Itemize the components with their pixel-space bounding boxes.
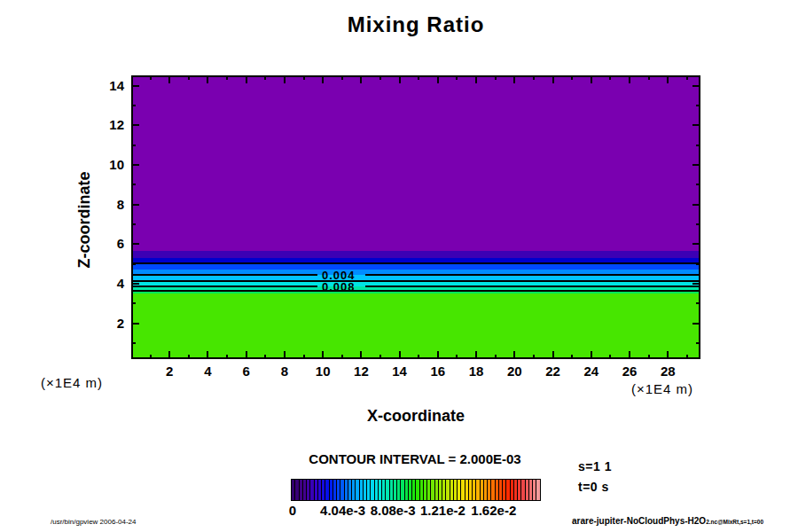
axis-tick (399, 75, 401, 83)
axis-tick (533, 355, 535, 359)
x-tick-label: 18 (457, 364, 496, 379)
z-tick-label: 12 (87, 117, 124, 132)
axis-tick (168, 75, 170, 83)
axis-tick (131, 323, 139, 325)
axis-tick (456, 75, 458, 80)
colorbar-tick-label: 0 (289, 503, 296, 518)
axis-tick (513, 75, 515, 83)
contour-interval-label: CONTOUR INTERVAL = 2.000E-03 (273, 451, 557, 466)
contour-band (131, 251, 700, 258)
colorbar-tick-label: 8.08e-3 (371, 503, 416, 518)
axis-tick (150, 75, 152, 80)
x-tick-label: 26 (610, 364, 649, 379)
axis-tick (667, 75, 669, 83)
axis-tick (399, 351, 401, 359)
z-tick-label: 14 (87, 78, 124, 93)
axis-tick (264, 75, 266, 80)
contour-line (131, 290, 700, 292)
axis-tick (131, 145, 136, 146)
axis-tick (696, 342, 700, 344)
axis-tick (131, 204, 139, 206)
contour-line (131, 286, 317, 287)
axis-tick (437, 351, 439, 359)
axis-tick (629, 351, 630, 359)
contour-band (131, 263, 700, 270)
axis-tick (513, 351, 515, 359)
axis-tick (379, 355, 381, 359)
axis-tick (692, 323, 700, 325)
plot-area: 0.0040.008 (131, 75, 700, 359)
axis-tick (686, 75, 688, 80)
axis-tick (692, 243, 700, 245)
axis-tick (571, 355, 573, 359)
contour-line (131, 262, 700, 264)
axis-tick (692, 124, 700, 126)
colorbar-segment (536, 480, 539, 500)
dataset-variable: 2.nc@MixRt,s=1,t=00 (706, 519, 763, 525)
axis-tick (686, 355, 688, 359)
axis-tick (131, 184, 136, 185)
contour-band (131, 293, 700, 359)
axis-tick (552, 351, 554, 359)
x-tick-label: 28 (648, 364, 687, 379)
axis-tick (303, 355, 305, 359)
axis-tick (207, 75, 208, 83)
axis-tick (168, 351, 170, 359)
x-tick-label: 24 (572, 364, 611, 379)
contour-line (365, 274, 700, 276)
axis-tick (341, 355, 343, 359)
axis-tick (131, 263, 136, 265)
dataset-stamp: arare-jupiter-NoCloudPhys-H2O2.nc@MixRt,… (572, 516, 763, 526)
axis-tick (437, 75, 439, 83)
x-tick-label: 8 (265, 364, 304, 379)
axis-tick (591, 351, 592, 359)
contour-line (131, 280, 700, 282)
axis-tick (131, 243, 139, 245)
axis-tick (696, 145, 700, 146)
axis-tick (418, 75, 419, 80)
axis-tick (226, 355, 228, 359)
axis-tick (667, 351, 669, 359)
axis-tick (696, 263, 700, 265)
axis-tick (495, 75, 497, 80)
axis-tick (246, 351, 247, 359)
axis-tick (552, 75, 554, 83)
axis-tick (648, 75, 650, 80)
axis-tick (571, 75, 573, 80)
axis-tick (264, 355, 266, 359)
axis-tick (131, 342, 136, 344)
axis-tick (629, 75, 630, 83)
axis-tick (131, 85, 139, 87)
x-axis-title: X-coordinate (131, 407, 700, 426)
x-tick-label: 20 (495, 364, 534, 379)
axis-tick (284, 351, 286, 359)
axis-tick (696, 184, 700, 185)
axis-tick (322, 75, 324, 83)
contour-line (131, 274, 317, 276)
axis-tick (648, 355, 650, 359)
x-tick-label: 14 (380, 364, 419, 379)
axis-tick (322, 351, 324, 359)
axis-tick (131, 283, 139, 285)
time-annotation: t=0 s (578, 480, 609, 494)
x-tick-label: 10 (303, 364, 342, 379)
page-title: Mixing Ratio (131, 12, 700, 37)
contour-band (131, 75, 700, 251)
axis-tick (188, 355, 190, 359)
axis-tick (360, 351, 362, 359)
axis-tick (475, 351, 477, 359)
dataset-name: arare-jupiter-NoCloudPhys-H2O (572, 516, 706, 526)
axis-tick (692, 204, 700, 206)
colorbar-tick-label: 4.04e-3 (320, 503, 365, 518)
axis-tick (495, 355, 497, 359)
x-tick-label: 2 (150, 364, 189, 379)
axis-tick (188, 75, 190, 80)
z-axis-title: Z-coordinate (75, 131, 95, 309)
axis-tick (609, 355, 611, 359)
axis-tick (226, 75, 228, 80)
axis-tick (360, 75, 362, 83)
axis-tick (246, 75, 247, 83)
x-tick-label: 6 (227, 364, 266, 379)
axis-tick (533, 75, 535, 80)
contour-line (365, 286, 700, 287)
